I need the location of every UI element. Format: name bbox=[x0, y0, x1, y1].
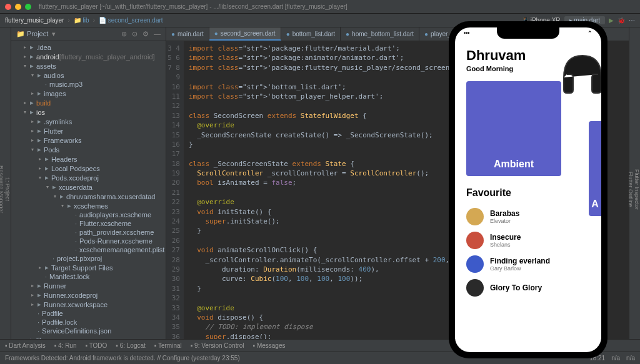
track-artist: Elevator bbox=[490, 218, 519, 224]
phone-screen[interactable]: ••• ⌃ Dhruvam Good Morning Ambient A Fav… bbox=[455, 27, 601, 352]
tree-item[interactable]: ·project.pbxproj bbox=[11, 254, 166, 263]
project-panel: 📁 Project ▾ ⊕ ⊙ ⚙ — ▸▸.idea▸▸android [fl… bbox=[11, 27, 166, 339]
more-actions[interactable]: ⋯ bbox=[629, 17, 635, 24]
run-button[interactable]: ▶ bbox=[609, 17, 614, 24]
ios-simulator: ••• ⌃ Dhruvam Good Morning Ambient A Fav… bbox=[449, 21, 608, 358]
tree-item[interactable]: ▸▸.idea bbox=[11, 42, 166, 52]
minimize-icon[interactable] bbox=[15, 4, 21, 10]
favourite-item[interactable]: BarabasElevator bbox=[466, 205, 590, 229]
tree-item[interactable]: ·ServiceDefinitions.json bbox=[11, 327, 166, 335]
status-message: Frameworks Detected: Android framework i… bbox=[5, 355, 240, 362]
debug-button[interactable]: 🐞 bbox=[618, 17, 625, 24]
tree-item[interactable]: ▸▸Target Support Files bbox=[11, 263, 166, 272]
favourite-item[interactable]: InsecureShelans bbox=[466, 229, 590, 252]
tool-inspector[interactable]: Flutter Inspector bbox=[634, 40, 640, 339]
tree-item[interactable]: ▸▸Headers bbox=[11, 154, 166, 164]
project-header: 📁 Project ▾ ⊕ ⊙ ⚙ — bbox=[11, 27, 166, 41]
favourite-item[interactable]: Glory To Glory bbox=[466, 276, 590, 300]
notch bbox=[497, 27, 559, 39]
favourite-list: BarabasElevatorInsecureShelansFinding ev… bbox=[466, 205, 590, 300]
signal-icon: ••• bbox=[464, 30, 469, 36]
editor-tab[interactable]: ●second_screen.dart bbox=[209, 27, 281, 41]
avatar bbox=[466, 232, 484, 249]
bottom-tab[interactable]: ▪ 4: Run bbox=[54, 342, 77, 349]
hide-icon[interactable]: — bbox=[154, 30, 161, 38]
tree-item[interactable]: ▸▸Flutter bbox=[11, 126, 166, 135]
tree-item[interactable]: ▸▸Frameworks bbox=[11, 135, 166, 145]
window-controls bbox=[5, 4, 31, 10]
target-icon[interactable]: ⊙ bbox=[132, 30, 138, 38]
editor-tab[interactable]: ●bottom_list.dart bbox=[281, 27, 341, 41]
breadcrumb-folder[interactable]: 📁 lib bbox=[74, 17, 89, 24]
tree-item[interactable]: ▸▸images bbox=[11, 89, 166, 98]
tree-item[interactable]: ·Manifest.lock bbox=[11, 272, 166, 281]
project-title[interactable]: 📁 Project bbox=[16, 30, 48, 38]
tree-item[interactable]: ▸▸Runner bbox=[11, 281, 166, 290]
bottom-tab[interactable]: ▪ 9: Version Control bbox=[191, 342, 244, 349]
tree-item[interactable]: ▸▸lib bbox=[11, 335, 166, 339]
track-artist: Shelans bbox=[490, 242, 521, 248]
tree-item[interactable]: ▸▸android [fluttery_music_player_android… bbox=[11, 52, 166, 61]
maximize-icon[interactable] bbox=[25, 4, 31, 10]
editor-tab[interactable]: ●main.dart bbox=[166, 27, 209, 41]
tree-item[interactable]: ▾▸xcuserdata bbox=[11, 182, 166, 192]
gear-icon[interactable]: ⚙ bbox=[142, 30, 149, 38]
tree-item[interactable]: ·Podfile.lock bbox=[11, 318, 166, 327]
breadcrumb-file[interactable]: 📄 second_screen.dart bbox=[99, 17, 163, 24]
category-card[interactable]: Ambient bbox=[466, 81, 561, 176]
tree-item[interactable]: ▾▸ios bbox=[11, 107, 166, 117]
right-tool-strip: Flutter Inspector Flutter Outline Gradle… bbox=[629, 27, 640, 339]
project-tree[interactable]: ▸▸.idea▸▸android [fluttery_music_player_… bbox=[11, 41, 166, 339]
breadcrumb-root[interactable]: fluttery_music_player bbox=[5, 17, 64, 24]
tree-item[interactable]: ·audioplayers.xcscheme bbox=[11, 210, 166, 219]
wifi-icon: ⌃ bbox=[588, 30, 592, 36]
editor-area: ●main.dart●second_screen.dart●bottom_lis… bbox=[166, 27, 629, 339]
tree-item[interactable]: ·path_provider.xcscheme bbox=[11, 228, 166, 237]
track-name: Glory To Glory bbox=[490, 283, 542, 292]
bottom-tab[interactable]: ▪ Terminal bbox=[154, 342, 182, 349]
track-artist: Gary Barlow bbox=[490, 265, 550, 272]
tree-item[interactable]: ▾▸assets bbox=[11, 61, 166, 71]
tree-item[interactable]: ·xcschememanagement.plist bbox=[11, 245, 166, 254]
tree-item[interactable]: ▾▸Pods.xcodeproj bbox=[11, 173, 166, 182]
chevron-right-icon: › bbox=[68, 17, 69, 24]
chevron-down-icon[interactable]: ▾ bbox=[52, 30, 56, 38]
tree-item[interactable]: ·music.mp3 bbox=[11, 80, 166, 89]
avatar bbox=[466, 208, 484, 225]
avatar bbox=[466, 255, 484, 273]
status-info-2: n/a bbox=[626, 355, 635, 362]
track-name: Barabas bbox=[490, 209, 519, 218]
tool-project[interactable]: 1: Project bbox=[4, 40, 11, 339]
favourite-item[interactable]: Finding everlandGary Barlow bbox=[466, 252, 590, 276]
tree-item[interactable]: ▾▸dhruvamsharma.xcuserdatad bbox=[11, 192, 166, 201]
line-gutter: 3 4 5 6 7 8 9 10 11 12 13 14 15 16 17 18… bbox=[166, 41, 184, 339]
status-info-1: n/a bbox=[611, 355, 620, 362]
tree-item[interactable]: ▸▸.symlinks bbox=[11, 117, 166, 126]
close-icon[interactable] bbox=[5, 4, 11, 10]
tree-item[interactable]: ▸▸Runner.xcworkspace bbox=[11, 300, 166, 309]
tree-item[interactable]: ▸▸Local Podspecs bbox=[11, 164, 166, 173]
tree-item[interactable]: ·Pods-Runner.xcscheme bbox=[11, 237, 166, 245]
bottom-tab[interactable]: ▪ 6: Logcat bbox=[116, 342, 145, 349]
tree-item[interactable]: ▸▸build bbox=[11, 98, 166, 107]
editor-tab[interactable]: ●home_bottom_list.dart bbox=[341, 27, 419, 41]
bottom-tab[interactable]: ▪ Dart Analysis bbox=[5, 342, 46, 349]
tree-item[interactable]: ▾▸xcschemes bbox=[11, 201, 166, 210]
bottom-tab[interactable]: ▪ Messages bbox=[253, 342, 286, 349]
bottom-tab[interactable]: ▪ TODO bbox=[85, 342, 107, 349]
collapse-icon[interactable]: ⊕ bbox=[121, 30, 127, 38]
window-title: fluttery_music_player [~/ui_with_flutter… bbox=[39, 3, 348, 10]
titlebar: fluttery_music_player [~/ui_with_flutter… bbox=[0, 0, 640, 14]
tree-item[interactable]: ▸▸Runner.xcodeproj bbox=[11, 290, 166, 300]
card-label: Ambient bbox=[494, 159, 534, 170]
tool-resource[interactable]: Resource Manager bbox=[0, 40, 4, 339]
chevron-right-icon: › bbox=[93, 17, 95, 24]
headphone-image bbox=[551, 40, 601, 102]
avatar bbox=[466, 279, 484, 297]
category-card-peek[interactable]: A bbox=[589, 121, 601, 216]
tree-item[interactable]: ·Podfile bbox=[11, 309, 166, 318]
tree-item[interactable]: ▾▸audios bbox=[11, 71, 166, 80]
tree-item[interactable]: ▾▸Pods bbox=[11, 145, 166, 154]
tree-item[interactable]: ·Flutter.xcscheme bbox=[11, 219, 166, 228]
left-tool-strip: 1: Project Resource Manager Layout Captu… bbox=[0, 27, 11, 339]
